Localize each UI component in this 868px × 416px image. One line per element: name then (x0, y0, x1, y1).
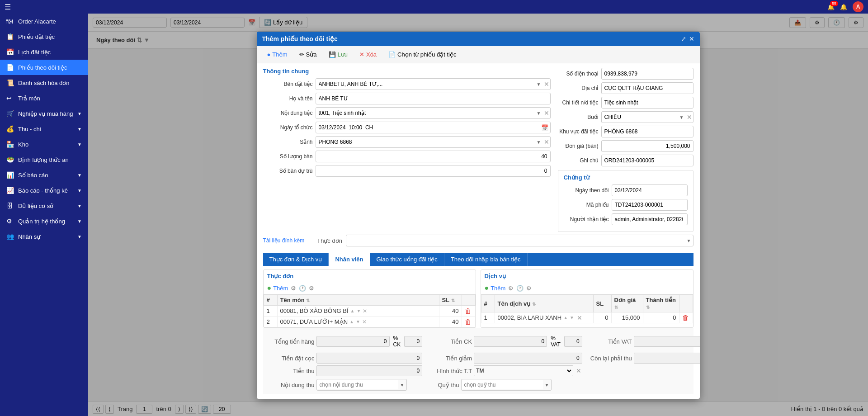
sidebar-item-so-bao-cao[interactable]: 📊 Sổ báo cáo ▼ (0, 167, 88, 183)
ben-dat-tiec-input[interactable] (316, 80, 535, 89)
quy-thu-select[interactable]: ▼ (461, 379, 552, 391)
khu-vuc-input[interactable] (601, 126, 693, 137)
tab-giao-thuc-uong[interactable]: Giao thức uống đãi tiệc (370, 253, 444, 266)
row1-arrow-up[interactable]: ▲ (350, 308, 355, 313)
sidebar-item-thu-chi[interactable]: 💰 Thu - chi ▼ (0, 121, 88, 137)
hinh-thuc-dropdown[interactable]: TM CK (474, 367, 573, 374)
dv-row1-delete-btn[interactable]: 🗑 (682, 314, 689, 321)
don-gia-input[interactable] (601, 140, 693, 152)
nguoi-nhan-field[interactable]: ▼ ✕ (612, 213, 688, 225)
dv-row1-arrow-down[interactable]: ▼ (570, 315, 574, 320)
noi-dung-arrow[interactable]: ▼ (535, 111, 543, 116)
ten-mon-sort-icon[interactable]: ⇅ (306, 298, 310, 303)
row1-clear[interactable]: ✕ (363, 308, 367, 314)
hinh-thuc-clear[interactable]: ✕ (575, 367, 582, 374)
dich-vu-filter-button[interactable]: ⚙ (508, 285, 514, 292)
noi-dung-input[interactable] (316, 109, 535, 118)
modal-expand-button[interactable]: ⤢ (681, 35, 686, 43)
thuc-don-add-button[interactable]: ● Thêm (267, 284, 288, 292)
notification-bell-icon[interactable]: 🔔 55 (827, 4, 835, 10)
tai-lieu-link[interactable]: Tài liệu đính kèm (263, 237, 305, 244)
sl-sort-icon[interactable]: ⇅ (451, 298, 455, 303)
row1-delete[interactable]: 🗑 (462, 306, 475, 317)
tien-dat-coc-input[interactable] (316, 353, 423, 364)
con-lai-input[interactable] (634, 353, 700, 364)
ngay-theo-doi-field[interactable]: 📅 (612, 184, 688, 196)
modal-luu-button[interactable]: 💾 Lưu (324, 49, 353, 60)
dich-vu-settings-button[interactable]: ⚙ (526, 285, 532, 292)
sanh-input[interactable] (316, 137, 535, 147)
buoi-arrow[interactable]: ▼ (678, 115, 686, 120)
ben-dat-tiec-arrow[interactable]: ▼ (535, 82, 543, 87)
ngay-to-chuc-field[interactable]: 📅 (316, 122, 551, 133)
sidebar-item-du-lieu-co-so[interactable]: 🗄 Dữ liệu cơ sở ▼ (0, 198, 88, 213)
tab-thuc-don-dv[interactable]: Thực đơn & Dịch vụ (263, 253, 329, 266)
thuc-don-input[interactable] (346, 236, 685, 245)
tong-tien-hang-input[interactable] (316, 336, 390, 347)
quy-thu-arrow[interactable]: ▼ (543, 383, 551, 388)
noi-dung-thu-input[interactable] (317, 380, 398, 389)
sanh-arrow[interactable]: ▼ (535, 140, 543, 145)
thuc-don-settings-button[interactable]: ⚙ (309, 285, 314, 292)
row2-arrow-up[interactable]: ▲ (349, 319, 354, 324)
sidebar-item-dinh-luong[interactable]: 🥗 Định lượng thức ăn (0, 152, 88, 167)
buoi-input[interactable] (602, 113, 678, 122)
chi-tiet-input[interactable] (601, 97, 693, 109)
quy-thu-input[interactable] (462, 380, 543, 389)
row2-delete[interactable]: 🗑 (462, 317, 475, 327)
modal-sua-button[interactable]: ✏ Sửa (294, 49, 322, 60)
tab-theo-doi-nhap-bia[interactable]: Theo dõi nhập bia bán tiệc (444, 253, 528, 266)
buoi-field[interactable]: ▼ ✕ (601, 111, 693, 123)
modal-close-button[interactable]: ✕ (689, 35, 694, 43)
alert-bell-icon[interactable]: 🔔 (840, 4, 847, 10)
sidebar-item-danh-sach-hoa-don[interactable]: 📜 Danh sách hóa đơn (0, 75, 88, 90)
row2-arrow-down[interactable]: ▼ (356, 319, 360, 324)
sidebar-item-tra-mon[interactable]: ↩ Trả món (0, 90, 88, 106)
row1-delete-btn[interactable]: 🗑 (465, 307, 472, 315)
sanh-field[interactable]: ▼ ✕ (316, 136, 551, 148)
sidebar-item-quan-tri[interactable]: ⚙ Quản trị hệ thống ▼ (0, 213, 88, 229)
sidebar-item-order-alacarte[interactable]: 🍽 Order Alacarte (0, 14, 88, 29)
tien-ck-input[interactable] (474, 336, 547, 347)
avatar[interactable]: A (853, 1, 863, 12)
row2-clear[interactable]: ✕ (362, 319, 367, 325)
modal-them-button[interactable]: ● Thêm (262, 49, 292, 60)
dich-vu-history-button[interactable]: 🕐 (516, 285, 524, 292)
pct-vat-input[interactable] (564, 336, 582, 347)
sidebar-item-nhan-su[interactable]: 👥 Nhân sự ▼ (0, 229, 88, 244)
nguoi-nhan-arrow[interactable]: ▼ (685, 217, 688, 222)
thuc-don-history-button[interactable]: 🕐 (299, 285, 306, 292)
modal-chon-tu-button[interactable]: 📄 Chọn từ phiếu đặt tiệc (383, 49, 461, 60)
row2-delete-btn[interactable]: 🗑 (465, 318, 472, 326)
ngay-to-chuc-input[interactable] (316, 123, 539, 132)
noi-dung-field[interactable]: ▼ ✕ (316, 107, 551, 119)
sanh-clear[interactable]: ✕ (543, 138, 550, 146)
so-dien-thoai-input[interactable] (601, 68, 693, 80)
row1-arrow-down[interactable]: ▼ (356, 308, 361, 313)
tien-giam-input[interactable] (474, 353, 582, 364)
nguoi-nhan-input[interactable] (612, 215, 685, 224)
ma-phieu-input[interactable] (612, 199, 688, 211)
dv-row1-delete[interactable]: 🗑 (679, 312, 693, 323)
thuc-don-select[interactable]: ▼ (346, 235, 693, 246)
ngay-theo-doi-input[interactable] (612, 186, 685, 195)
so-luong-ban-input[interactable] (316, 151, 551, 162)
ghi-chu-input[interactable] (601, 155, 693, 166)
dia-chi-input[interactable] (601, 82, 693, 94)
noi-dung-thu-arrow[interactable]: ▼ (398, 383, 406, 388)
sidebar-item-nghiep-vu-mua-hang[interactable]: 🛒 Nghiệp vụ mua hàng ▼ (0, 106, 88, 121)
tien-vat-input[interactable] (634, 336, 700, 347)
sidebar-item-phieu-dat-tiec[interactable]: 📋 Phiếu đặt tiệc (0, 29, 88, 44)
thuc-don-arrow[interactable]: ▼ (685, 238, 693, 243)
dv-row1-arrow-up[interactable]: ▲ (563, 315, 568, 320)
ben-dat-tiec-field[interactable]: ▼ ✕ (316, 78, 551, 90)
sidebar-item-phieu-theo-doi[interactable]: 📄 Phiếu theo dõi tiệc (0, 60, 88, 75)
calendar-picker-icon[interactable]: 📅 (539, 124, 550, 131)
modal-xoa-button[interactable]: ✕ Xóa (354, 49, 382, 60)
noi-dung-thu-select[interactable]: ▼ (316, 379, 407, 391)
hamburger-icon[interactable]: ☰ (5, 3, 11, 11)
so-ban-du-tru-input[interactable] (316, 165, 551, 177)
sidebar-item-kho[interactable]: 🏪 Kho ▼ (0, 137, 88, 152)
thuc-don-filter-button[interactable]: ⚙ (291, 285, 296, 292)
ten-dv-sort-icon[interactable]: ⇅ (532, 302, 536, 307)
